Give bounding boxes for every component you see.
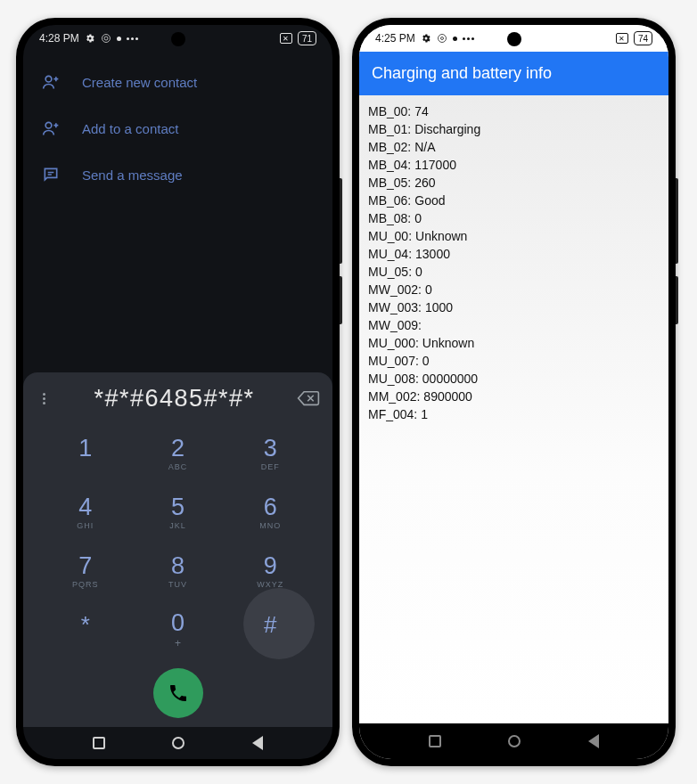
power-button (676, 276, 678, 324)
info-value: 1 (421, 405, 428, 423)
nav-home-icon[interactable] (508, 735, 521, 747)
info-row: MB_06:Good (368, 192, 660, 209)
nav-recent-icon[interactable] (93, 737, 105, 749)
nav-bar (23, 727, 332, 759)
backspace-button[interactable] (297, 389, 320, 407)
add-to-contact-row[interactable]: Add to a contact (23, 105, 332, 151)
info-key: MW_009: (368, 316, 422, 334)
nav-home-icon[interactable] (172, 737, 184, 749)
add-to-contact-label: Add to a contact (82, 121, 178, 136)
message-icon (41, 166, 61, 184)
key-hash[interactable]: # (224, 600, 316, 659)
info-row: MU_007:0 (368, 352, 660, 370)
svg-point-2 (438, 35, 446, 43)
no-sim-icon: ✕ (616, 33, 628, 44)
info-row: MM_002:8900000 (368, 388, 660, 405)
person-add-icon (41, 119, 61, 137)
info-key: MW_002: (368, 281, 422, 298)
nav-bar (359, 723, 668, 759)
info-row: MB_04:117000 (368, 156, 660, 174)
key-4[interactable]: 4GHI (39, 483, 132, 542)
create-contact-label: Create new contact (82, 75, 197, 90)
dial-input[interactable]: *#*#6485#*#* (52, 385, 297, 412)
info-value: 260 (414, 174, 435, 192)
camera-notch (507, 32, 521, 46)
info-row: MB_02:N/A (368, 138, 660, 156)
key-7[interactable]: 7PQRS (39, 542, 132, 600)
screen-dialer: 4:28 PM ✕ 71 (23, 25, 332, 759)
info-row: MB_00:74 (368, 102, 660, 120)
empty-area (23, 205, 332, 372)
info-value: 0 (425, 281, 432, 298)
key-8[interactable]: 8TUV (132, 542, 225, 600)
create-contact-row[interactable]: Create new contact (23, 59, 332, 105)
info-row: MB_01:Discharging (368, 120, 660, 138)
info-value: Unknown (415, 227, 467, 245)
info-row: MU_04:13000 (368, 245, 660, 263)
info-row: MW_002:0 (368, 281, 660, 298)
circle-icon (453, 37, 457, 41)
info-key: MU_008: (368, 370, 419, 388)
no-sim-icon: ✕ (280, 33, 292, 44)
call-row (23, 659, 332, 723)
settings-icon (85, 33, 95, 44)
key-6[interactable]: 6MNO (224, 483, 316, 542)
key-1[interactable]: 1 (39, 424, 132, 483)
more-dots-icon (463, 37, 474, 40)
info-row: MU_00:Unknown (368, 227, 660, 245)
info-value: 8900000 (423, 388, 472, 405)
info-key: MW_003: (368, 298, 422, 316)
svg-point-1 (45, 122, 52, 128)
info-key: MU_00: (368, 227, 412, 245)
info-value: Discharging (414, 120, 480, 138)
info-value: 0 (415, 263, 422, 281)
volume-button (676, 178, 678, 264)
info-value: 13000 (415, 245, 450, 263)
info-key: MM_002: (368, 388, 420, 405)
key-5[interactable]: 5JKL (132, 483, 225, 542)
circle-icon (117, 37, 121, 41)
gear-icon (437, 33, 447, 44)
battery-indicator: 74 (634, 31, 652, 45)
status-time: 4:28 PM (39, 32, 79, 45)
phone-frame-right: 4:25 PM ✕ 74 Charging and battery info M… (352, 18, 676, 766)
info-value: 00000000 (422, 370, 478, 388)
call-button[interactable] (153, 668, 203, 718)
nav-recent-icon[interactable] (429, 735, 441, 747)
info-key: MB_06: (368, 192, 411, 209)
info-key: MU_04: (368, 245, 412, 263)
info-value: Good (414, 192, 445, 209)
nav-back-icon[interactable] (252, 736, 263, 750)
battery-level: 71 (302, 34, 312, 44)
power-button (340, 276, 342, 324)
info-row: MU_05:0 (368, 263, 660, 281)
key-0[interactable]: 0+ (132, 600, 225, 659)
key-star[interactable]: * (39, 600, 132, 659)
kebab-menu-icon[interactable] (36, 393, 52, 404)
key-9[interactable]: 9WXYZ (224, 542, 316, 600)
battery-info-list[interactable]: MB_00:74MB_01:DischargingMB_02:N/AMB_04:… (359, 95, 668, 723)
screen-battery-info: 4:25 PM ✕ 74 Charging and battery info M… (359, 25, 668, 759)
key-3[interactable]: 3DEF (224, 424, 316, 483)
phone-frame-left: 4:28 PM ✕ 71 (16, 18, 340, 766)
page-title: Charging and battery info (359, 52, 668, 95)
info-row: MU_008:00000000 (368, 370, 660, 388)
nav-back-icon[interactable] (588, 734, 599, 748)
info-key: MB_08: (368, 209, 411, 227)
info-row: MW_009: (368, 316, 660, 334)
info-key: MB_05: (368, 174, 411, 192)
info-value: 74 (414, 102, 429, 120)
info-key: MB_02: (368, 138, 411, 156)
settings-icon (421, 33, 431, 44)
info-key: MB_00: (368, 102, 411, 120)
info-key: MF_004: (368, 405, 417, 423)
more-dots-icon (127, 37, 138, 40)
key-2[interactable]: 2ABC (132, 424, 225, 483)
info-row: MW_003:1000 (368, 298, 660, 316)
keypad: 1 2ABC 3DEF 4GHI 5JKL 6MNO 7PQRS 8TUV 9W… (23, 424, 332, 659)
send-message-row[interactable]: Send a message (23, 151, 332, 198)
info-value: 117000 (414, 156, 456, 174)
info-value: N/A (414, 138, 435, 156)
camera-notch (171, 32, 185, 46)
battery-level: 74 (638, 34, 648, 44)
